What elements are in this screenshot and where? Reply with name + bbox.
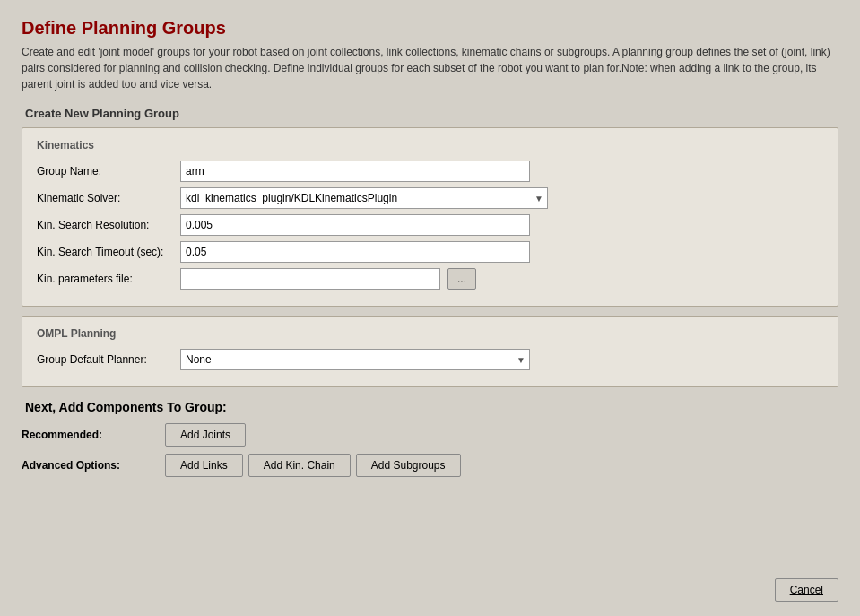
add-links-button[interactable]: Add Links (165, 454, 243, 477)
kin-parameters-file-row: Kin. parameters file: ... (37, 268, 823, 290)
kinematics-section-label: Kinematics (37, 139, 823, 152)
kin-search-timeout-label: Kin. Search Timeout (sec): (37, 246, 180, 258)
kin-search-resolution-input[interactable] (180, 214, 530, 236)
kinematic-solver-select[interactable]: kdl_kinematics_plugin/KDLKinematicsPlugi… (180, 187, 548, 209)
page-container: Define Planning Groups Create and edit '… (0, 0, 860, 616)
kin-search-resolution-row: Kin. Search Resolution: (37, 214, 823, 236)
add-joints-button[interactable]: Add Joints (165, 423, 246, 447)
kin-search-resolution-label: Kin. Search Resolution: (37, 219, 180, 231)
group-default-planner-select[interactable]: None RRT RRTConnect EST PRM (180, 349, 530, 370)
recommended-row: Recommended: Add Joints (22, 423, 838, 447)
add-kin-chain-button[interactable]: Add Kin. Chain (248, 454, 351, 477)
advanced-row: Advanced Options: Add Links Add Kin. Cha… (22, 454, 838, 477)
browse-button[interactable]: ... (447, 268, 476, 290)
create-section-title: Create New Planning Group (25, 107, 838, 120)
ompl-dropdown-wrapper: None RRT RRTConnect EST PRM ▼ (180, 349, 530, 370)
cancel-button[interactable]: Cancel (775, 578, 838, 602)
bottom-bar: Cancel (775, 578, 838, 602)
components-title: Next, Add Components To Group: (25, 400, 838, 414)
group-name-row: Group Name: (37, 161, 823, 182)
group-default-planner-row: Group Default Planner: None RRT RRTConne… (37, 349, 823, 370)
kin-search-timeout-row: Kin. Search Timeout (sec): (37, 241, 823, 263)
kinematic-solver-wrapper: kdl_kinematics_plugin/KDLKinematicsPlugi… (180, 187, 548, 209)
kinematic-solver-row: Kinematic Solver: kdl_kinematics_plugin/… (37, 187, 823, 209)
components-section: Next, Add Components To Group: Recommend… (22, 400, 838, 477)
ompl-section-label: OMPL Planning (37, 327, 823, 340)
kinematics-panel: Kinematics Group Name: Kinematic Solver:… (22, 127, 838, 307)
add-subgroups-button[interactable]: Add Subgroups (356, 454, 461, 477)
page-description: Create and edit 'joint model' groups for… (22, 44, 838, 92)
kinematic-solver-label: Kinematic Solver: (37, 192, 180, 204)
kin-parameters-file-label: Kin. parameters file: (37, 273, 180, 285)
kin-search-timeout-input[interactable] (180, 241, 530, 263)
group-name-input[interactable] (180, 161, 530, 182)
advanced-label: Advanced Options: (22, 459, 165, 472)
recommended-label: Recommended: (22, 429, 165, 441)
group-name-label: Group Name: (37, 165, 180, 178)
group-default-planner-label: Group Default Planner: (37, 353, 180, 366)
kin-parameters-file-input[interactable] (180, 268, 440, 290)
page-title: Define Planning Groups (22, 18, 838, 39)
ompl-panel: OMPL Planning Group Default Planner: Non… (22, 316, 838, 387)
